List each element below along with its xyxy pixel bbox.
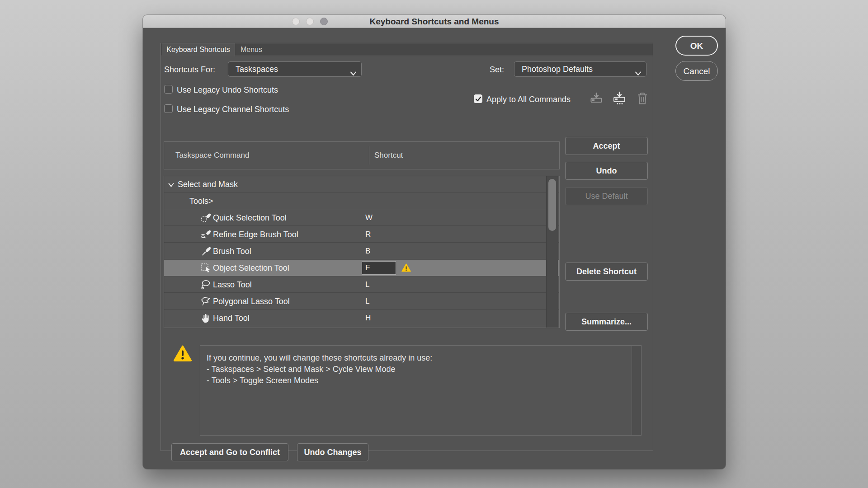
tab-menus[interactable]: Menus [236, 43, 267, 56]
list-scrollbar[interactable] [546, 176, 558, 328]
object-selection-tool-icon [200, 263, 211, 273]
delete-shortcut-button[interactable]: Delete Shortcut [565, 263, 648, 281]
conflict-warning-icon [401, 263, 411, 274]
column-shortcut[interactable]: Shortcut [374, 142, 403, 169]
set-value: Photoshop Defaults [522, 65, 593, 74]
legacy-undo-checkbox[interactable] [164, 85, 173, 94]
desktop-background: Keyboard Shortcuts and Menus OK Cancel K… [0, 0, 868, 488]
set-label: Set: [490, 65, 504, 75]
chevron-down-icon [635, 66, 642, 81]
summarize-button[interactable]: Summarize... [565, 313, 648, 331]
tab-strip: Keyboard Shortcuts Menus [161, 43, 653, 56]
accept-and-go-to-conflict-button[interactable]: Accept and Go to Conflict [171, 443, 288, 461]
table-row[interactable]: Brush Tool B [164, 243, 559, 259]
shortcuts-for-label: Shortcuts For: [164, 65, 215, 75]
table-row[interactable]: Hand Tool H [164, 310, 559, 326]
save-set-as-icon[interactable] [612, 91, 627, 108]
apply-all-checkbox[interactable] [474, 94, 482, 103]
command-label: Brush Tool [213, 243, 251, 259]
use-default-button[interactable]: Use Default [565, 187, 648, 205]
refine-edge-brush-tool-icon [200, 229, 211, 240]
command-label: Lasso Tool [213, 277, 252, 293]
legacy-channel-checkbox[interactable] [164, 104, 173, 113]
command-label: Polygonal Lasso Tool [213, 293, 290, 310]
subgroup-row-tools[interactable]: Tools> [164, 193, 559, 209]
conflict-message-box: If you continue, you will change these s… [200, 345, 642, 436]
shortcut-value: L [365, 277, 369, 293]
ok-button[interactable]: OK [675, 36, 718, 56]
table-row[interactable]: Lasso Tool L [164, 277, 559, 293]
legacy-channel-label: Use Legacy Channel Shortcuts [177, 105, 289, 114]
table-row[interactable]: Quick Selection Tool W [164, 210, 559, 226]
conflict-line: - Tools > Toggle Screen Modes [207, 375, 318, 386]
window-title: Keyboard Shortcuts and Menus [143, 15, 726, 28]
table-header: Taskspace Command Shortcut [164, 141, 560, 169]
chevron-down-icon [350, 66, 357, 81]
keyboard-shortcuts-dialog: Keyboard Shortcuts and Menus OK Cancel K… [143, 15, 726, 469]
shortcuts-for-select[interactable]: Taskspaces [228, 61, 362, 77]
apply-all-label: Apply to All Commands [486, 95, 571, 104]
undo-button[interactable]: Undo [565, 162, 648, 180]
conflict-line: - Taskspaces > Select and Mask > Cycle V… [207, 364, 396, 375]
column-divider [369, 146, 369, 164]
command-label: Object Selection Tool [213, 260, 289, 276]
shortcut-edit-input[interactable]: F [362, 261, 396, 275]
shortcut-list: Select and Mask Tools> Quick Selection T… [164, 176, 560, 328]
delete-set-icon[interactable] [637, 92, 648, 107]
table-row-partial[interactable]: Z [164, 327, 559, 328]
shortcut-value: B [365, 243, 370, 259]
table-row-selected[interactable]: Object Selection Tool F [164, 260, 559, 276]
disclosure-chevron-icon[interactable] [168, 182, 175, 190]
group-row-select-and-mask[interactable]: Select and Mask [164, 176, 559, 192]
set-select[interactable]: Photoshop Defaults [514, 61, 646, 77]
shortcut-value: Z [365, 328, 370, 328]
accept-button[interactable]: Accept [565, 137, 648, 155]
undo-changes-button[interactable]: Undo Changes [297, 443, 368, 461]
shortcut-value: L [365, 293, 369, 310]
subgroup-label: Tools> [189, 193, 213, 209]
lasso-tool-icon [200, 279, 211, 290]
save-set-icon[interactable] [590, 92, 603, 107]
tab-keyboard-shortcuts[interactable]: Keyboard Shortcuts [162, 43, 235, 56]
shortcut-value: W [365, 210, 373, 226]
conflict-scrollbar[interactable] [632, 346, 641, 435]
conflict-line: If you continue, you will change these s… [207, 352, 432, 364]
cancel-button[interactable]: Cancel [675, 61, 718, 81]
table-row[interactable]: Refine Edge Brush Tool R [164, 226, 559, 243]
table-row[interactable]: Polygonal Lasso Tool L [164, 293, 559, 310]
check-icon [475, 96, 481, 102]
titlebar[interactable]: Keyboard Shortcuts and Menus [143, 15, 726, 28]
scrollbar-thumb[interactable] [548, 179, 556, 231]
shortcuts-for-value: Taskspaces [236, 65, 278, 74]
command-label: Hand Tool [213, 310, 250, 326]
brush-tool-icon [200, 246, 211, 257]
quick-selection-tool-icon [200, 212, 211, 223]
command-label: Refine Edge Brush Tool [213, 226, 298, 243]
column-taskspace-command[interactable]: Taskspace Command [175, 142, 249, 169]
legacy-undo-label: Use Legacy Undo Shortcuts [177, 85, 278, 95]
hand-tool-icon [200, 313, 211, 324]
shortcut-value: H [365, 310, 371, 326]
polygonal-lasso-tool-icon [200, 296, 211, 307]
shortcut-value: R [365, 226, 371, 243]
command-label: Quick Selection Tool [213, 210, 287, 226]
group-label: Select and Mask [178, 176, 238, 192]
shortcuts-panel: Keyboard Shortcuts Menus Shortcuts For: … [160, 43, 653, 451]
warning-icon [174, 345, 192, 364]
